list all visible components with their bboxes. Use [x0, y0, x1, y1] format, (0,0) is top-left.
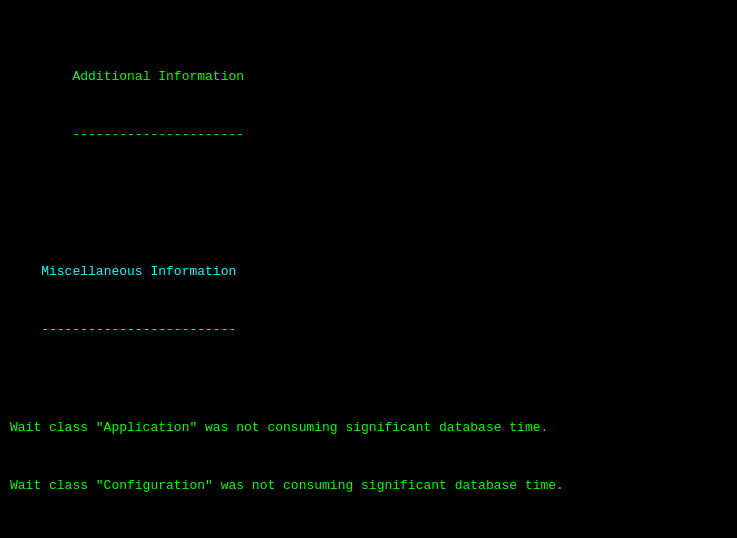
main-content: Wait class "Application" was not consumi…	[10, 379, 727, 539]
terminal-output: Additional Information -----------------…	[10, 8, 727, 379]
divider2: -------------------------	[41, 322, 236, 337]
divider1: ----------------------	[41, 127, 244, 142]
title-section: Additional Information -----------------…	[10, 47, 727, 164]
misc-section: Miscellaneous Information --------------…	[10, 242, 727, 359]
line-2: Wait class "Configuration" was not consu…	[10, 476, 727, 496]
line-3: CPU was not a bottleneck for the instanc…	[10, 535, 727, 539]
title-text: Additional Information	[41, 69, 244, 84]
misc-heading: Miscellaneous Information	[41, 264, 236, 279]
line-1: Wait class "Application" was not consumi…	[10, 418, 727, 438]
